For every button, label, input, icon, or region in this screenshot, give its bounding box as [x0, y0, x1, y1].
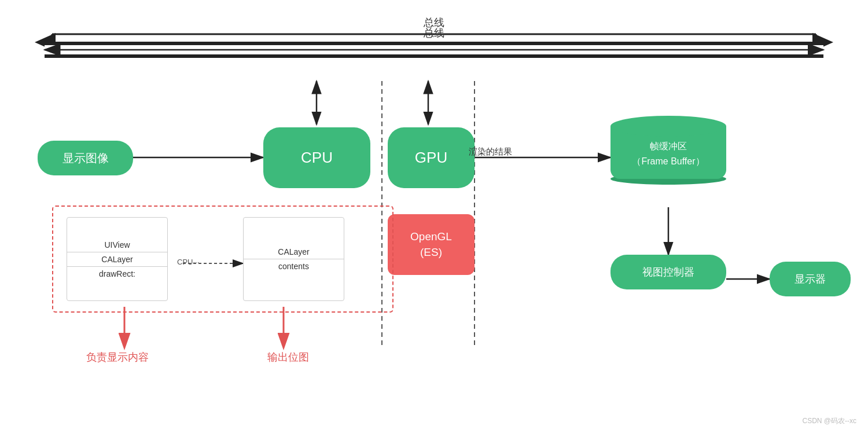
calayer-right-row: CALayer	[244, 245, 344, 259]
gpu-label: GPU	[415, 149, 447, 167]
cylinder-top	[610, 116, 726, 137]
drawrect-row: drawRect:	[67, 267, 167, 281]
gpu-box: GPU	[388, 127, 475, 188]
display-image-label: 显示图像	[62, 151, 109, 166]
opengl-label: OpenGL (ES)	[410, 229, 452, 260]
responsible-label: 负责显示内容	[67, 350, 168, 364]
opengl-box: OpenGL (ES)	[388, 214, 475, 275]
bus-label-text: 总线	[424, 26, 444, 40]
watermark: CSDN @码农--xc	[802, 416, 856, 426]
left-inner-box: UIView CALayer drawRect:	[67, 217, 168, 301]
display-label: 显示器	[795, 272, 826, 286]
cpu-label: CPU	[301, 149, 333, 167]
right-inner-box: CALayer contents	[243, 217, 344, 301]
uiview-row: UIView	[67, 238, 167, 252]
frame-buffer-label: 帧缓冲区（Frame Buffer）	[632, 141, 704, 166]
display-box: 显示器	[770, 262, 851, 296]
frame-buffer-cylinder: 帧缓冲区（Frame Buffer）	[610, 116, 726, 185]
cpu-dashed-label: CPU···	[177, 258, 199, 266]
display-image-box: 显示图像	[38, 141, 133, 175]
cpu-box: CPU	[263, 127, 370, 188]
render-result-label: 渲染的结果	[469, 146, 512, 157]
contents-row: contents	[244, 259, 344, 273]
view-controller-label: 视图控制器	[642, 265, 694, 279]
calayer-row: CALayer	[67, 252, 167, 267]
bus-arrow-container	[38, 41, 830, 59]
diagram-container: 总线	[0, 0, 868, 433]
view-controller-box: 视图控制器	[610, 255, 726, 289]
output-label: 输出位图	[237, 350, 339, 364]
